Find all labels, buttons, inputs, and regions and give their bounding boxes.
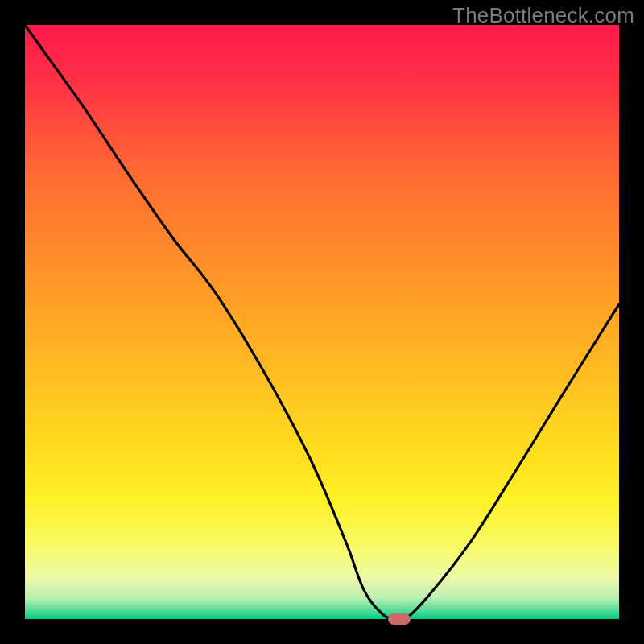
optimal-marker: [388, 613, 411, 625]
chart-frame: TheBottleneck.com: [0, 0, 644, 644]
plot-area: [25, 25, 619, 619]
watermark-text: TheBottleneck.com: [452, 3, 634, 28]
bottleneck-curve: [25, 25, 619, 619]
